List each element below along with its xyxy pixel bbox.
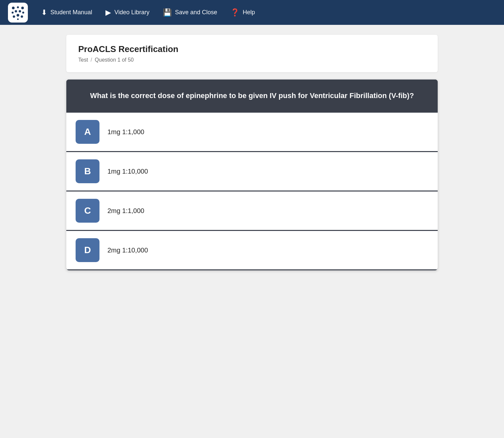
breadcrumb: Test / Question 1 of 50 xyxy=(78,57,426,63)
answer-text-a: 1mg 1:1,000 xyxy=(107,128,144,136)
logo xyxy=(8,3,28,23)
svg-point-5 xyxy=(19,10,21,12)
answer-text-c: 2mg 1:1,000 xyxy=(107,207,144,215)
answer-label-c: C xyxy=(84,205,91,216)
question-text: What is the correct dose of epinephrine … xyxy=(82,90,422,101)
answer-badge-d: D xyxy=(76,238,99,262)
help-link[interactable]: ❓ Help xyxy=(230,8,255,17)
question-card: What is the correct dose of epinephrine … xyxy=(66,80,438,270)
navbar-items: ⬇ Student Manual ▶ Video Library 💾 Save … xyxy=(41,8,496,17)
svg-point-3 xyxy=(12,12,14,14)
course-title: ProACLS Recertification xyxy=(78,44,426,54)
answers-wrapper: A 1mg 1:1,000 B 1mg 1:10,000 C 2mg 1:1,0… xyxy=(66,112,438,270)
answer-label-d: D xyxy=(84,245,91,255)
answer-option-a[interactable]: A 1mg 1:1,000 xyxy=(66,112,438,151)
answer-option-b[interactable]: B 1mg 1:10,000 xyxy=(66,151,438,191)
svg-point-8 xyxy=(17,14,19,17)
save-close-label: Save and Close xyxy=(175,9,217,16)
svg-point-2 xyxy=(21,7,24,9)
student-manual-link[interactable]: ⬇ Student Manual xyxy=(41,8,92,17)
help-icon: ❓ xyxy=(230,8,239,17)
answer-label-a: A xyxy=(84,127,91,137)
download-icon: ⬇ xyxy=(41,8,47,17)
answer-badge-b: B xyxy=(76,159,99,183)
answer-text-b: 1mg 1:10,000 xyxy=(107,168,148,175)
svg-point-1 xyxy=(17,6,19,8)
svg-point-7 xyxy=(13,15,15,18)
answer-label-b: B xyxy=(84,166,91,177)
breadcrumb-current: Question 1 of 50 xyxy=(95,57,134,63)
svg-point-6 xyxy=(22,12,24,14)
logo-icon xyxy=(11,5,25,20)
answer-badge-c: C xyxy=(76,199,99,223)
answer-option-c[interactable]: C 2mg 1:1,000 xyxy=(66,191,438,230)
video-library-label: Video Library xyxy=(114,9,150,16)
navbar: ⬇ Student Manual ▶ Video Library 💾 Save … xyxy=(0,0,504,25)
svg-point-4 xyxy=(15,10,17,12)
question-header: What is the correct dose of epinephrine … xyxy=(66,80,438,112)
main-container: ProACLS Recertification Test / Question … xyxy=(60,35,444,270)
student-manual-label: Student Manual xyxy=(50,9,92,16)
answer-badge-a: A xyxy=(76,120,99,144)
breadcrumb-separator: / xyxy=(91,57,92,63)
save-icon: 💾 xyxy=(163,8,172,17)
breadcrumb-root: Test xyxy=(78,57,88,63)
svg-point-9 xyxy=(21,15,23,18)
video-icon: ▶ xyxy=(105,8,111,17)
header-card: ProACLS Recertification Test / Question … xyxy=(66,35,438,72)
svg-point-10 xyxy=(17,18,19,20)
video-library-link[interactable]: ▶ Video Library xyxy=(105,8,150,17)
answer-text-d: 2mg 1:10,000 xyxy=(107,246,148,254)
help-label: Help xyxy=(243,9,255,16)
save-close-link[interactable]: 💾 Save and Close xyxy=(163,8,217,17)
svg-point-0 xyxy=(12,7,15,9)
answer-option-d[interactable]: D 2mg 1:10,000 xyxy=(66,230,438,269)
